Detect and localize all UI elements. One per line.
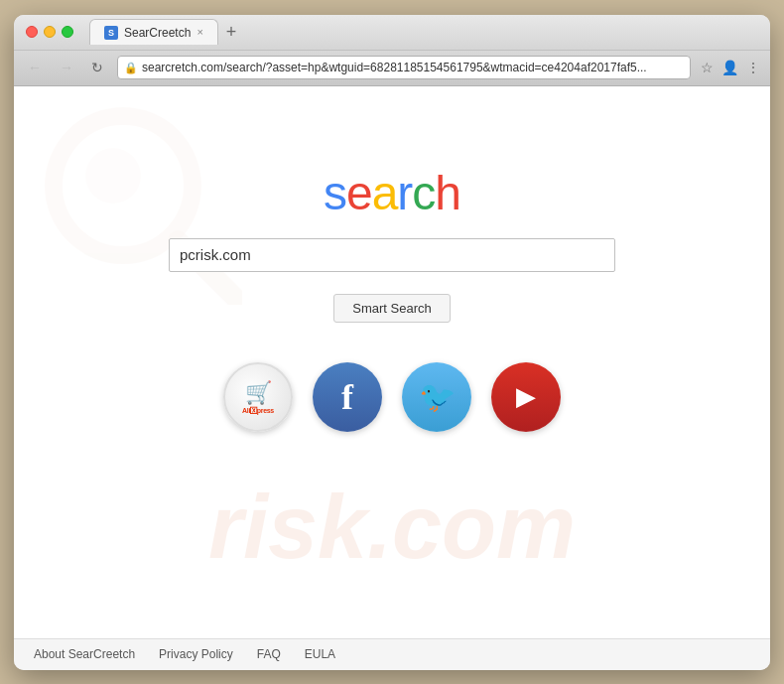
logo-letter-s: s	[324, 167, 346, 219]
logo-letter-h: h	[435, 167, 460, 219]
svg-point-1	[85, 148, 141, 204]
twitter-icon[interactable]: 🐦	[402, 362, 471, 432]
address-input[interactable]	[142, 61, 684, 74]
search-logo: search	[324, 166, 460, 220]
tab-favicon	[104, 26, 118, 40]
new-tab-button[interactable]: +	[220, 22, 243, 43]
tab-close-button[interactable]: ×	[196, 27, 202, 38]
maximize-button[interactable]	[62, 26, 73, 38]
footer-link-faq[interactable]: FAQ	[257, 647, 281, 661]
watermark-text: risk.com	[208, 477, 576, 579]
aliexpress-text: Ali🅇press	[242, 407, 274, 414]
search-input[interactable]	[169, 238, 615, 272]
close-button[interactable]	[26, 26, 38, 38]
address-bar: ← → ↻ 🔒 ☆ 👤 ⋮	[14, 51, 770, 86]
address-bar-input-wrap: 🔒	[117, 56, 691, 79]
tab-area: SearCreetch × +	[81, 19, 758, 45]
logo-letter-a: a	[372, 167, 398, 219]
menu-icon[interactable]: ⋮	[746, 60, 760, 75]
browser-window: SearCreetch × + ← → ↻ 🔒 ☆ 👤 ⋮	[14, 15, 770, 670]
refresh-button[interactable]: ↻	[87, 58, 107, 77]
toolbar-icons: ☆ 👤 ⋮	[701, 60, 760, 75]
footer-link-about[interactable]: About SearCreetch	[34, 647, 135, 661]
title-bar: SearCreetch × +	[14, 15, 770, 51]
lock-icon: 🔒	[124, 62, 138, 74]
search-input-row	[169, 238, 615, 272]
logo-letter-e: e	[346, 167, 372, 219]
page-footer: About SearCreetch Privacy Policy FAQ EUL…	[14, 638, 770, 670]
profile-icon[interactable]: 👤	[721, 60, 738, 75]
bookmark-icon[interactable]: ☆	[701, 60, 714, 75]
active-tab[interactable]: SearCreetch ×	[89, 19, 218, 45]
aliexpress-inner: 🛒 Ali🅇press	[242, 380, 274, 414]
logo-letter-r: r	[397, 167, 412, 219]
aliexpress-icon[interactable]: 🛒 Ali🅇press	[223, 362, 293, 432]
social-row: 🛒 Ali🅇press f 🐦 ▶	[223, 362, 561, 432]
page-content: risk.com search Smart Search 🛒 Ali🅇press…	[14, 86, 770, 638]
tab-title: SearCreetch	[124, 26, 191, 40]
youtube-icon[interactable]: ▶	[491, 362, 561, 432]
aliexpress-cart-icon: 🛒	[245, 380, 272, 406]
minimize-button[interactable]	[44, 26, 56, 38]
traffic-lights	[26, 26, 73, 38]
forward-button[interactable]: →	[56, 58, 77, 77]
footer-link-privacy[interactable]: Privacy Policy	[159, 647, 233, 661]
youtube-play-icon: ▶	[516, 381, 536, 412]
footer-link-eula[interactable]: EULA	[305, 647, 335, 661]
logo-letter-c: c	[412, 167, 435, 219]
facebook-f-icon: f	[341, 376, 353, 418]
search-area: search Smart Search	[169, 166, 615, 323]
facebook-icon[interactable]: f	[313, 362, 382, 432]
back-button[interactable]: ←	[24, 58, 46, 77]
smart-search-button[interactable]: Smart Search	[333, 294, 450, 323]
twitter-bird-icon: 🐦	[419, 379, 456, 414]
